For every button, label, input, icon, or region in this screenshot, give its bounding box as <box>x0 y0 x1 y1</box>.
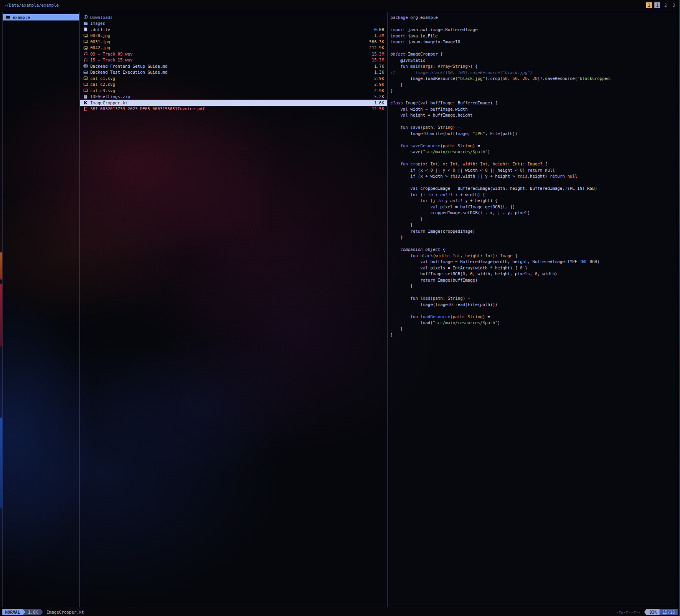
file-row[interactable]: ImageCropper.kt1.6K <box>80 100 387 106</box>
file-size: 2.9K <box>374 76 384 81</box>
code-line: if (x + width > this.width || y + height… <box>390 173 677 180</box>
code-line: val width = buffImage.width <box>390 106 677 113</box>
file-row[interactable]: Images <box>80 20 387 27</box>
code-line: companion object { <box>390 247 677 253</box>
file-name: 0042.jpg <box>90 45 367 50</box>
file-size: 0.0B <box>374 27 384 32</box>
file-name: Images <box>90 21 382 26</box>
file-name: cal-c3.svg <box>90 88 372 93</box>
code-line: croppedImage.setRGB(i - x, j - y, pixel) <box>390 210 677 216</box>
parent-panel: example <box>2 12 80 607</box>
file-permissions: -rw-r--r-- <box>616 610 641 614</box>
file-size: 1.7K <box>374 64 384 69</box>
file-name: .dotfile <box>90 27 372 32</box>
code-line <box>390 119 677 125</box>
image-icon <box>83 76 88 80</box>
kotlin-icon <box>83 100 88 105</box>
folder-icon <box>83 21 88 26</box>
file-row[interactable]: cal-c1.svg2.9K <box>80 75 387 82</box>
file-row[interactable]: 0031.jpg586.3K <box>80 39 387 45</box>
file-row[interactable]: Backend_Test_Execution_Guide.md1.3K <box>80 69 387 76</box>
code-view: package org.example import java.awt.imag… <box>388 12 677 338</box>
file-size: 1.3M <box>374 33 384 38</box>
file-icon <box>83 27 88 32</box>
wallpaper-glow-red <box>0 284 2 347</box>
code-line: } <box>390 283 677 289</box>
file-panel-list: DownloadsImages.dotfile0.0B0028.jpg1.3M0… <box>80 12 387 112</box>
code-line: fun crop(x: Int, y: Int, width: Int, hei… <box>390 161 677 167</box>
code-line: val pixels = IntArray(width * height) { … <box>390 265 677 271</box>
image-icon <box>83 33 88 38</box>
code-line: fun saveResource(path: String) = <box>390 143 677 149</box>
code-line: package org.example <box>390 15 677 21</box>
code-line: import javax.imageio.ImageIO <box>390 39 677 45</box>
tab-2[interactable]: 1 <box>654 2 660 8</box>
code-line: } <box>390 82 677 88</box>
image-icon <box>83 46 88 50</box>
cursor-position-badge: 15/16 <box>660 609 678 615</box>
file-row[interactable]: cal-c3.svg2.9K <box>80 87 387 94</box>
code-line: } <box>390 332 677 338</box>
image-icon <box>83 82 88 87</box>
markdown-icon <box>83 70 88 74</box>
download-icon <box>83 15 88 19</box>
code-line: } <box>390 326 677 332</box>
image-icon <box>83 39 88 44</box>
code-line: @JvmStatic <box>390 58 677 64</box>
code-line: val buffImage = BufferedImage(width, hei… <box>390 259 677 265</box>
file-name: Backend_Test_Execution_Guide.md <box>90 70 372 74</box>
folder-icon <box>6 15 11 19</box>
parent-item-example[interactable]: example <box>3 14 79 20</box>
file-row[interactable]: IDEAsettings.zip5.2K <box>80 94 387 100</box>
code-line <box>390 21 677 27</box>
file-size: 1.6K <box>374 100 384 105</box>
file-size: 5.2K <box>374 94 384 99</box>
file-row[interactable]: 0042.jpg212.9K <box>80 45 387 51</box>
pdf-icon <box>83 107 88 111</box>
file-row[interactable]: Downloads <box>80 14 387 20</box>
file-name: 0028.jpg <box>90 33 372 38</box>
file-row[interactable]: 09 - Track 09.wav15.3M <box>80 51 387 57</box>
tab-1[interactable]: 1 <box>646 2 652 8</box>
file-size-badge: 1.6K <box>25 609 41 615</box>
code-line <box>390 94 677 100</box>
code-line: } <box>390 234 677 241</box>
status-filename: ImageCropper.kt <box>46 610 84 614</box>
preview-panel: package org.example import java.awt.imag… <box>388 12 677 607</box>
code-line <box>390 289 677 296</box>
code-line: val height = buffImage.height <box>390 112 677 119</box>
file-name: SBI_0032013739_2023_DE05_0003155631Invoi… <box>90 106 370 111</box>
code-line: } <box>390 222 677 228</box>
breadcrumb-path: ~/Data/example/example <box>4 3 59 7</box>
file-name: cal-c2.svg <box>90 82 372 87</box>
file-panel: DownloadsImages.dotfile0.0B0028.jpg1.3M0… <box>80 12 388 607</box>
code-line: fun load(path: String) = <box>390 295 677 302</box>
file-size: 15.3M <box>372 52 384 56</box>
topbar: ~/Data/example/example 1123 <box>4 2 677 9</box>
parent-panel-list: example <box>3 14 79 20</box>
scroll-percent-badge: 93% <box>647 609 660 615</box>
file-name: ImageCropper.kt <box>90 100 372 105</box>
code-line <box>390 137 677 143</box>
code-line: for (j in y until y + height) { <box>390 198 677 204</box>
tab-3[interactable]: 2 <box>663 2 669 8</box>
code-line: import java.awt.image.BufferedImage <box>390 27 677 33</box>
file-size: 2.9K <box>374 88 384 93</box>
file-row[interactable]: Backend_Frontend_Setup_Guide.md1.7K <box>80 63 387 69</box>
code-line: import java.io.File <box>390 33 677 39</box>
file-name: 09 - Track 09.wav <box>90 52 370 56</box>
file-row[interactable]: .dotfile0.0B <box>80 26 387 33</box>
file-row[interactable]: cal-c2.svg2.9K <box>80 82 387 88</box>
tab-4[interactable]: 3 <box>671 2 677 8</box>
file-row[interactable]: 0028.jpg1.3M <box>80 33 387 39</box>
zip-icon <box>83 95 88 99</box>
code-line <box>390 155 677 161</box>
file-name: cal-c1.svg <box>90 76 372 81</box>
file-size: 2.9K <box>374 82 384 87</box>
code-line: Image(ImageIO.read(File(path))) <box>390 302 677 308</box>
code-line: val croppedImage = BufferedImage(width, … <box>390 186 677 192</box>
file-row[interactable]: 15 - Track 15.wav15.3M <box>80 57 387 63</box>
code-line: fun save(path: String) = <box>390 124 677 131</box>
file-row[interactable]: SBI_0032013739_2023_DE05_0003155631Invoi… <box>80 106 387 112</box>
code-line: Image.loadResource("black.jpg").crop(50,… <box>390 76 677 82</box>
